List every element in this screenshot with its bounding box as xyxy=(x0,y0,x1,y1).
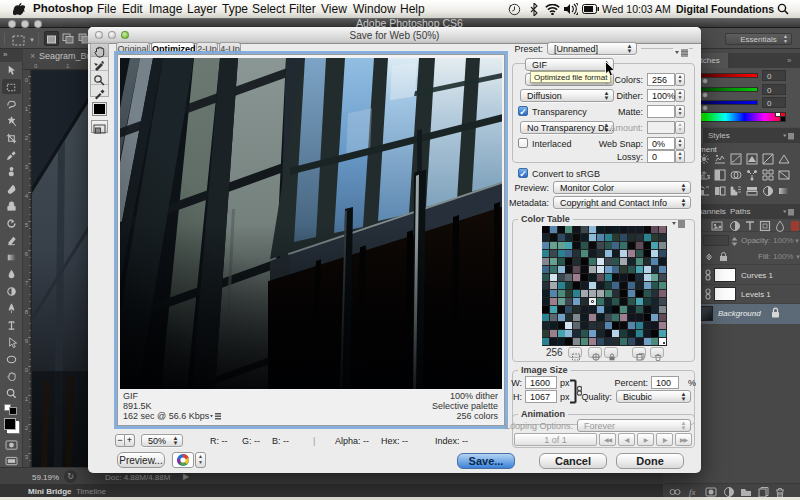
svg-text:fx: fx xyxy=(689,487,696,497)
